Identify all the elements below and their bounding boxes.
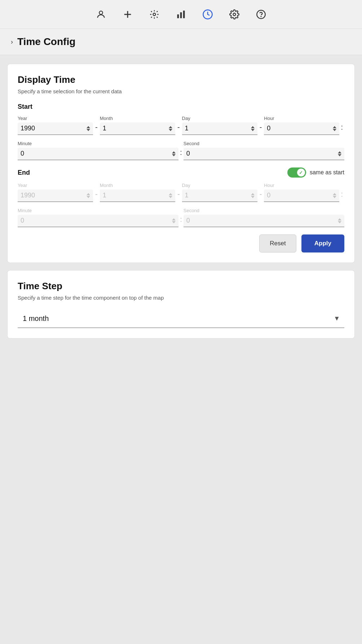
svg-rect-4 <box>177 14 179 18</box>
start-minute-label: Minute <box>18 141 178 146</box>
start-minute-arrows[interactable] <box>172 151 176 156</box>
end-minute-input: 0 <box>18 215 178 227</box>
start-day-label: Day <box>182 116 257 121</box>
end-sep1: - <box>93 190 100 202</box>
end-year-input: 1990 <box>18 189 93 202</box>
start-hour-down[interactable] <box>333 129 336 131</box>
start-day-input[interactable]: 1 <box>182 122 257 135</box>
end-second-spinbox: Second 0 <box>184 208 344 227</box>
bar-chart-icon[interactable] <box>174 8 188 21</box>
end-year-arrows <box>87 193 90 198</box>
start-second-down[interactable] <box>338 154 341 156</box>
end-minute-up <box>172 218 176 220</box>
start-second-label: Second <box>184 141 344 146</box>
start-second-value: 0 <box>186 150 336 157</box>
end-minute-value: 0 <box>21 217 171 224</box>
end-month-arrows <box>169 193 172 198</box>
apply-button[interactable]: Apply <box>301 234 344 252</box>
time-step-card: Time Step Specify a time step for the ti… <box>7 270 355 339</box>
start-label: Start <box>18 103 344 111</box>
end-hour-input: 0 <box>264 189 339 202</box>
start-year-input[interactable]: 1990 <box>18 122 93 135</box>
start-minute-input[interactable]: 0 <box>18 148 178 160</box>
start-year-spinbox[interactable]: Year 1990 <box>18 116 93 135</box>
end-colon2: : <box>178 215 184 227</box>
toggle-knob: ✓ <box>297 169 305 176</box>
start-second-up[interactable] <box>338 151 341 153</box>
start-year-arrows[interactable] <box>87 126 90 131</box>
start-month-input[interactable]: 1 <box>100 122 175 135</box>
clock-icon[interactable] <box>201 8 215 21</box>
timestep-select-wrap[interactable]: 1 second 1 minute 1 hour 1 day 1 week 1 … <box>18 309 344 328</box>
same-as-start-toggle[interactable]: ✓ <box>287 167 306 178</box>
start-hour-arrows[interactable] <box>333 126 336 131</box>
end-second-down <box>338 221 341 223</box>
end-second-label: Second <box>184 208 344 213</box>
start-month-spinbox[interactable]: Month 1 <box>100 116 175 135</box>
end-header: End ✓ same as start <box>18 167 344 178</box>
start-hour-up[interactable] <box>333 126 336 128</box>
settings-cog-icon[interactable] <box>147 8 161 21</box>
start-second-spinbox[interactable]: Second 0 <box>184 141 344 160</box>
end-minute-arrows <box>172 218 176 223</box>
reset-button[interactable]: Reset <box>259 234 296 252</box>
toggle-check-icon: ✓ <box>299 170 303 175</box>
end-sep3: - <box>257 190 264 202</box>
start-month-value: 1 <box>103 125 167 132</box>
end-day-up <box>251 193 255 195</box>
start-hour-spinbox[interactable]: Hour 0 <box>264 116 339 135</box>
end-day-down <box>251 196 255 198</box>
start-day-spinbox[interactable]: Day 1 <box>182 116 257 135</box>
start-hour-input[interactable]: 0 <box>264 122 339 135</box>
start-year-up[interactable] <box>87 126 90 128</box>
sep1: - <box>93 123 100 135</box>
end-day-spinbox: Day 1 <box>182 183 257 202</box>
gear-icon[interactable] <box>228 8 241 21</box>
time-step-title: Time Step <box>18 281 344 292</box>
end-hour-spinbox: Hour 0 <box>264 183 339 202</box>
svg-point-8 <box>233 13 236 15</box>
svg-point-10 <box>261 16 261 17</box>
start-year-down[interactable] <box>87 129 90 131</box>
start-month-arrows[interactable] <box>169 126 172 131</box>
start-hour-value: 0 <box>267 125 331 132</box>
start-second-arrows[interactable] <box>338 151 341 156</box>
start-month-up[interactable] <box>169 126 172 128</box>
person-icon[interactable] <box>94 8 108 21</box>
end-date-row: Year 1990 - Month 1 <box>18 183 344 202</box>
end-hour-arrows <box>333 193 336 198</box>
start-second-input[interactable]: 0 <box>184 148 344 160</box>
start-time-row: Minute 0 : Second 0 <box>18 141 344 160</box>
button-row: Reset Apply <box>18 234 344 252</box>
colon2: : <box>178 148 184 160</box>
breadcrumb: › Time Config <box>0 29 362 55</box>
end-second-up <box>338 218 341 220</box>
end-year-spinbox: Year 1990 <box>18 183 93 202</box>
start-hour-label: Hour <box>264 116 339 121</box>
end-time-row: Minute 0 : Second 0 <box>18 208 344 227</box>
start-minute-spinbox[interactable]: Minute 0 <box>18 141 178 160</box>
same-as-start-toggle-wrap[interactable]: ✓ same as start <box>287 167 344 178</box>
end-day-value: 1 <box>185 192 250 199</box>
end-hour-down <box>333 196 336 198</box>
plus-icon[interactable] <box>121 8 134 21</box>
start-minute-value: 0 <box>21 150 171 157</box>
start-minute-up[interactable] <box>172 151 176 153</box>
start-year-value: 1990 <box>21 125 85 132</box>
start-day-up[interactable] <box>251 126 255 128</box>
end-colon1: : <box>339 190 344 202</box>
start-day-arrows[interactable] <box>251 126 255 131</box>
display-time-card: Display Time Specify a time selection fo… <box>7 64 355 263</box>
display-time-title: Display Time <box>18 74 344 85</box>
start-minute-down[interactable] <box>172 154 176 156</box>
end-second-value: 0 <box>186 217 336 224</box>
start-month-down[interactable] <box>169 129 172 131</box>
help-icon[interactable] <box>254 8 268 21</box>
end-day-input: 1 <box>182 189 257 202</box>
page-title: Time Config <box>17 36 75 48</box>
end-month-down <box>169 196 172 198</box>
start-day-down[interactable] <box>251 129 255 131</box>
end-hour-up <box>333 193 336 195</box>
timestep-select[interactable]: 1 second 1 minute 1 hour 1 day 1 week 1 … <box>18 309 344 327</box>
sep2: - <box>175 123 182 135</box>
